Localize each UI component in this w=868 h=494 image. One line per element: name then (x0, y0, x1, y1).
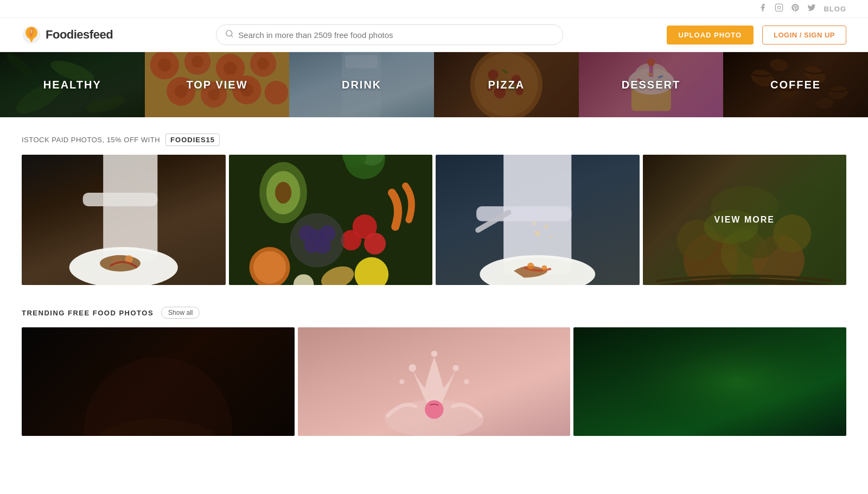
instagram-icon[interactable] (775, 3, 783, 14)
category-tile-pizza[interactable]: PIZZA (434, 52, 579, 117)
svg-point-65 (364, 233, 386, 255)
svg-rect-50 (103, 155, 157, 261)
svg-point-82 (527, 263, 534, 270)
blog-link[interactable]: BLOG (824, 5, 846, 13)
istock-photo-bg-2 (229, 155, 433, 285)
svg-point-62 (275, 182, 291, 204)
show-all-button[interactable]: Show all (161, 307, 200, 319)
category-label-dessert: DESSERT (622, 79, 680, 91)
svg-point-99 (409, 364, 416, 372)
svg-point-101 (399, 379, 404, 384)
trending-section: TRENDING FREE FOOD PHOTOS Show all (0, 290, 868, 441)
svg-rect-105 (573, 327, 846, 436)
istock-photo-view-more[interactable]: VIEW MORE (643, 155, 847, 285)
category-overlay-drink: DRINK (289, 52, 434, 117)
category-label-drink: DRINK (342, 79, 381, 91)
category-overlay-dessert: DESSERT (579, 52, 724, 117)
trending-photo-3[interactable] (573, 327, 846, 436)
istock-photo-vegetables[interactable] (229, 155, 433, 285)
top-social-bar: BLOG (0, 0, 868, 18)
istock-promo-text: ISTOCK PAID PHOTOS, 15% OFF WITH (22, 136, 160, 144)
category-label-coffee: COFFEE (770, 79, 821, 91)
facebook-icon[interactable] (758, 3, 767, 14)
trending-header: TRENDING FREE FOOD PHOTOS Show all (22, 307, 846, 319)
svg-point-86 (532, 221, 537, 226)
category-tile-dessert[interactable]: DESSERT (579, 52, 724, 117)
category-label-pizza: PIZZA (488, 79, 525, 91)
search-icon (225, 29, 234, 40)
svg-point-100 (452, 365, 458, 371)
twitter-icon[interactable] (807, 3, 816, 14)
svg-point-71 (314, 238, 330, 254)
istock-section: ISTOCK PAID PHOTOS, 15% OFF WITH FOODIES… (0, 117, 868, 290)
svg-point-72 (354, 257, 388, 285)
svg-point-102 (464, 379, 469, 384)
search-input[interactable] (238, 30, 554, 40)
istock-header: ISTOCK PAID PHOTOS, 15% OFF WITH FOODIES… (22, 134, 846, 146)
svg-point-85 (544, 225, 548, 229)
category-tile-healthy[interactable]: HEALTHY (0, 52, 145, 117)
category-tile-coffee[interactable]: COFFEE (723, 52, 868, 117)
istock-photo-grid: VIEW MORE (22, 155, 846, 285)
svg-point-83 (541, 265, 547, 271)
view-more-overlay[interactable]: VIEW MORE (643, 155, 847, 285)
category-overlay-coffee: COFFEE (723, 52, 868, 117)
category-tile-topview[interactable]: TOP VIEW (145, 52, 290, 117)
logo-text: Foodiesfeed (46, 28, 113, 42)
trending-photo-1[interactable] (22, 327, 295, 436)
category-overlay-topview: TOP VIEW (145, 52, 290, 117)
svg-point-74 (253, 251, 286, 284)
category-label-healthy: HEALTHY (43, 79, 101, 91)
trending-photo-grid (22, 327, 846, 436)
category-overlay-pizza: PIZZA (434, 52, 579, 117)
logo-icon (22, 25, 41, 45)
svg-point-103 (431, 351, 437, 357)
trending-photo-bg-1 (22, 327, 295, 436)
trending-photo-bg-3 (573, 327, 846, 436)
svg-rect-78 (476, 206, 571, 221)
istock-photo-bg-3 (436, 155, 640, 285)
category-label-topview: TOP VIEW (186, 79, 247, 91)
istock-photo-chef-plating[interactable] (22, 155, 226, 285)
category-overlay-healthy: HEALTHY (0, 52, 145, 117)
svg-point-76 (293, 274, 314, 285)
svg-point-104 (425, 400, 443, 419)
category-tile-drink[interactable]: DRINK (289, 52, 434, 117)
trending-photo-2[interactable] (298, 327, 571, 436)
logo-area[interactable]: Foodiesfeed (22, 25, 113, 45)
view-more-label: VIEW MORE (714, 215, 775, 225)
svg-point-84 (535, 231, 540, 236)
istock-photo-chef-serving[interactable] (436, 155, 640, 285)
svg-line-4 (231, 35, 233, 37)
trending-title: TRENDING FREE FOOD PHOTOS (22, 309, 154, 317)
header-actions: UPLOAD PHOTO LOGIN / SIGN UP (667, 26, 846, 45)
search-bar[interactable] (216, 24, 563, 45)
pinterest-icon[interactable] (791, 3, 800, 14)
istock-promo-code[interactable]: FOODIES15 (165, 134, 220, 146)
trending-photo-bg-2 (298, 327, 571, 436)
category-tiles: HEALTHY (0, 52, 868, 117)
istock-photo-bg-1 (22, 155, 226, 285)
svg-rect-51 (83, 193, 158, 206)
main-header: Foodiesfeed UPLOAD PHOTO LOGIN / SIGN UP (0, 18, 868, 52)
svg-rect-0 (776, 4, 783, 11)
svg-point-87 (550, 236, 552, 238)
svg-point-3 (226, 30, 232, 36)
upload-photo-button[interactable]: UPLOAD PHOTO (667, 26, 754, 45)
login-signup-button[interactable]: LOGIN / SIGN UP (762, 26, 846, 45)
